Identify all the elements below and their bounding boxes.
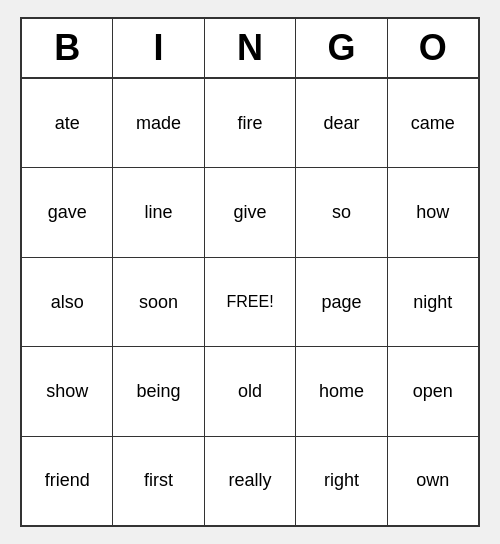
- cell-r2-c2[interactable]: FREE!: [205, 258, 296, 346]
- cell-r0-c1[interactable]: made: [113, 79, 204, 167]
- cell-r4-c4[interactable]: own: [388, 437, 478, 525]
- cell-r1-c0[interactable]: gave: [22, 168, 113, 256]
- cell-r2-c3[interactable]: page: [296, 258, 387, 346]
- cell-r4-c2[interactable]: really: [205, 437, 296, 525]
- cell-r0-c2[interactable]: fire: [205, 79, 296, 167]
- cell-r0-c3[interactable]: dear: [296, 79, 387, 167]
- bingo-row: friendfirstreallyrightown: [22, 437, 478, 525]
- cell-r3-c2[interactable]: old: [205, 347, 296, 435]
- cell-r0-c0[interactable]: ate: [22, 79, 113, 167]
- bingo-card: BINGO atemadefiredearcamegavelinegivesoh…: [20, 17, 480, 527]
- cell-r3-c0[interactable]: show: [22, 347, 113, 435]
- header-letter: G: [296, 19, 387, 79]
- header-letter: B: [22, 19, 113, 79]
- cell-r2-c0[interactable]: also: [22, 258, 113, 346]
- cell-r1-c4[interactable]: how: [388, 168, 478, 256]
- bingo-row: alsosoonFREE!pagenight: [22, 258, 478, 347]
- cell-r4-c1[interactable]: first: [113, 437, 204, 525]
- cell-r3-c3[interactable]: home: [296, 347, 387, 435]
- cell-r4-c3[interactable]: right: [296, 437, 387, 525]
- cell-r2-c1[interactable]: soon: [113, 258, 204, 346]
- cell-r0-c4[interactable]: came: [388, 79, 478, 167]
- cell-r3-c1[interactable]: being: [113, 347, 204, 435]
- bingo-row: gavelinegivesohow: [22, 168, 478, 257]
- cell-r1-c3[interactable]: so: [296, 168, 387, 256]
- bingo-row: showbeingoldhomeopen: [22, 347, 478, 436]
- bingo-body: atemadefiredearcamegavelinegivesohowalso…: [22, 79, 478, 525]
- bingo-header: BINGO: [22, 19, 478, 79]
- cell-r1-c1[interactable]: line: [113, 168, 204, 256]
- cell-r4-c0[interactable]: friend: [22, 437, 113, 525]
- cell-r3-c4[interactable]: open: [388, 347, 478, 435]
- header-letter: I: [113, 19, 204, 79]
- bingo-row: atemadefiredearcame: [22, 79, 478, 168]
- header-letter: N: [205, 19, 296, 79]
- header-letter: O: [388, 19, 478, 79]
- cell-r2-c4[interactable]: night: [388, 258, 478, 346]
- cell-r1-c2[interactable]: give: [205, 168, 296, 256]
